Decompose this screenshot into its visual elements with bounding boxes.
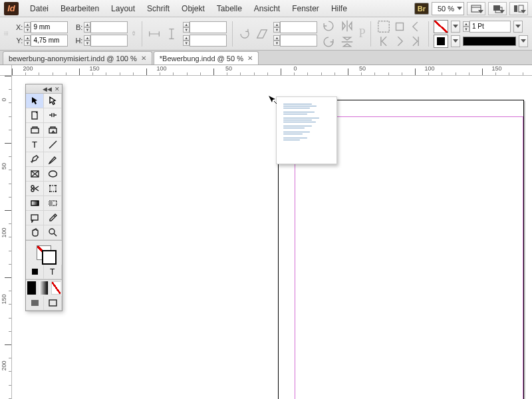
workspace-button[interactable] — [509, 2, 528, 15]
pen-tool[interactable] — [26, 152, 44, 167]
fill-swatch[interactable] — [434, 20, 448, 33]
selection-tool[interactable] — [26, 94, 44, 108]
hand-tool[interactable] — [26, 225, 44, 240]
x-spin[interactable]: ▲▼ — [24, 22, 31, 33]
free-transform-tool[interactable] — [44, 182, 62, 196]
formatting-text-icon[interactable]: T — [44, 265, 62, 279]
gap-tool[interactable] — [44, 108, 62, 123]
content-placer-tool[interactable] — [44, 123, 62, 138]
ruler-origin[interactable] — [0, 65, 12, 76]
tools-panel[interactable]: ◀◀✕ T T — [25, 84, 63, 311]
shear-icon[interactable] — [255, 27, 269, 41]
content-collector-tool[interactable] — [26, 123, 44, 138]
direct-selection-tool[interactable] — [44, 94, 62, 108]
close-icon[interactable]: ✕ — [141, 55, 146, 62]
reference-point-icon[interactable] — [4, 27, 8, 41]
scaley-input[interactable] — [190, 35, 227, 47]
menu-datei[interactable]: Datei — [24, 1, 55, 16]
select-last-icon[interactable] — [408, 35, 423, 48]
gradient-swatch-tool[interactable] — [26, 196, 44, 211]
rotate-icon[interactable] — [237, 27, 252, 41]
note-tool[interactable] — [26, 211, 44, 225]
ellipse-tool[interactable] — [44, 167, 62, 182]
vertical-ruler[interactable]: 050100150200 — [0, 76, 12, 399]
menu-ansicht[interactable]: Ansicht — [248, 1, 286, 16]
flip-h-icon[interactable] — [340, 19, 354, 33]
rotate-input[interactable] — [280, 21, 317, 33]
type-tool[interactable]: T — [26, 138, 44, 152]
document-tab-1[interactable]: *Bewerbung.indd @ 50 %✕ — [154, 51, 259, 65]
menu-bearbeiten[interactable]: Bearbeiten — [55, 1, 105, 16]
horizontal-ruler[interactable]: 20015010050050100150 — [12, 65, 532, 76]
preview-view-mode[interactable] — [44, 296, 62, 311]
rotate-spin[interactable]: ▲▼ — [273, 22, 280, 33]
stroke-dropdown[interactable] — [451, 35, 460, 47]
select-first-icon[interactable] — [376, 35, 391, 48]
document-tab-0[interactable]: bewerbung-anonymisiert.indd @ 100 %✕ — [3, 51, 152, 65]
shear-input[interactable] — [280, 35, 317, 47]
document-canvas[interactable] — [12, 76, 532, 399]
stroke-weight-dropdown[interactable] — [513, 21, 523, 33]
select-content-icon[interactable] — [392, 20, 407, 33]
scalex-spin[interactable]: ▲▼ — [183, 22, 190, 33]
y-input[interactable] — [31, 35, 68, 47]
select-container-icon[interactable] — [376, 20, 391, 33]
placed-snippet-preview[interactable] — [276, 96, 337, 164]
rotate-cw-icon[interactable] — [321, 35, 336, 49]
eyedropper-tool[interactable] — [44, 211, 62, 225]
menu-schrift[interactable]: Schrift — [141, 1, 176, 16]
menu-objekt[interactable]: Objekt — [176, 1, 211, 16]
shear-spin[interactable]: ▲▼ — [273, 35, 280, 46]
zoom-tool[interactable] — [44, 225, 62, 240]
stroke-weight-spin[interactable]: ▲▼ — [463, 21, 469, 32]
scalex-input[interactable] — [190, 21, 227, 33]
menu-layout[interactable]: Layout — [105, 1, 141, 16]
flip-v-icon[interactable] — [340, 35, 354, 49]
select-prev-icon[interactable] — [408, 20, 423, 33]
bridge-badge[interactable]: Br — [414, 3, 429, 15]
close-icon[interactable]: ✕ — [55, 86, 60, 92]
apply-gradient[interactable] — [39, 281, 49, 295]
collapse-icon[interactable]: ◀◀ — [43, 86, 52, 92]
stroke-indicator[interactable] — [42, 250, 57, 265]
stroke-swatch[interactable] — [434, 35, 448, 48]
line-tool[interactable] — [44, 138, 62, 152]
h-spin[interactable]: ▲▼ — [84, 35, 90, 46]
constrain-proportions-icon[interactable] — [132, 27, 136, 41]
y-spin[interactable]: ▲▼ — [24, 35, 31, 46]
menu-tabelle[interactable]: Tabelle — [211, 1, 248, 16]
formatting-container-icon[interactable] — [26, 265, 44, 279]
rectangle-frame-tool[interactable] — [26, 167, 44, 182]
svg-point-24 — [31, 189, 34, 192]
w-label: B: — [72, 23, 82, 31]
zoom-level-dropdown[interactable]: 50 % — [432, 2, 464, 15]
gradient-feather-tool[interactable] — [44, 196, 62, 211]
w-input[interactable] — [90, 21, 128, 33]
x-input[interactable] — [31, 21, 68, 33]
tools-panel-header[interactable]: ◀◀✕ — [26, 84, 62, 94]
stroke-style-preview[interactable] — [463, 37, 516, 46]
close-icon[interactable]: ✕ — [247, 55, 253, 62]
h-input[interactable] — [90, 35, 128, 47]
menu-fenster[interactable]: Fenster — [286, 1, 325, 16]
stroke-weight-input[interactable] — [469, 21, 511, 33]
apply-color[interactable] — [27, 281, 37, 295]
scissors-tool[interactable] — [26, 182, 44, 196]
stroke-style-dropdown[interactable] — [519, 35, 528, 47]
page-tool[interactable] — [26, 108, 44, 123]
apply-none[interactable] — [51, 281, 61, 295]
scale-y-icon[interactable] — [164, 27, 179, 41]
rotate-ccw-icon[interactable] — [321, 19, 336, 33]
fill-stroke-swatch[interactable] — [26, 241, 62, 265]
arrange-button[interactable] — [488, 2, 507, 15]
w-spin[interactable]: ▲▼ — [84, 22, 90, 33]
select-next-icon[interactable] — [392, 35, 407, 48]
menu-hilfe[interactable]: Hilfe — [325, 1, 353, 16]
scale-x-icon[interactable] — [147, 27, 162, 41]
fill-dropdown[interactable] — [451, 21, 460, 33]
scaley-spin[interactable]: ▲▼ — [183, 35, 190, 46]
h-label: H: — [72, 37, 82, 45]
pencil-tool[interactable] — [44, 152, 62, 167]
normal-view-mode[interactable] — [26, 296, 44, 311]
screen-mode-button[interactable] — [467, 2, 485, 15]
